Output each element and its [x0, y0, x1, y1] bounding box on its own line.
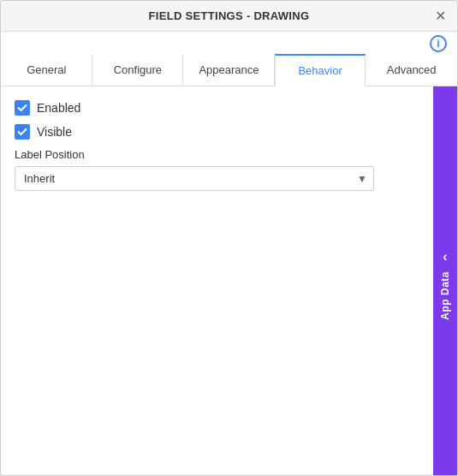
enabled-label: Enabled [37, 101, 80, 115]
label-position-section: Label Position Inherit Left Right Top Bo… [15, 148, 419, 191]
tab-general[interactable]: General [1, 54, 92, 86]
title-bar: FIELD SETTINGS - DRAWING ✕ [1, 1, 457, 32]
visible-label: Visible [37, 125, 72, 139]
dialog-title: FIELD SETTINGS - DRAWING [149, 9, 310, 22]
enabled-checkbox[interactable] [15, 100, 30, 116]
label-position-label: Label Position [15, 148, 419, 161]
tab-configure[interactable]: Configure [92, 54, 184, 86]
info-icon-button[interactable]: i [430, 35, 447, 52]
tab-behavior[interactable]: Behavior [275, 54, 366, 86]
content-area: Enabled Visible Label Position Inherit L… [1, 86, 457, 475]
tab-advanced[interactable]: Advanced [366, 54, 457, 86]
main-content: Enabled Visible Label Position Inherit L… [1, 86, 433, 475]
checkmark-icon-2 [17, 127, 27, 137]
close-icon: ✕ [435, 8, 446, 24]
visible-row: Visible [15, 124, 419, 140]
label-position-wrapper: Inherit Left Right Top Bottom Hidden ▼ [15, 166, 374, 191]
tab-appearance[interactable]: Appearance [183, 54, 275, 86]
dialog: FIELD SETTINGS - DRAWING ✕ i General Con… [0, 0, 458, 476]
enabled-row: Enabled [15, 100, 419, 116]
side-panel-toggle[interactable]: ‹ [433, 242, 457, 271]
checkmark-icon [17, 103, 27, 113]
side-panel-label: App Data [439, 271, 451, 320]
app-data-panel[interactable]: ‹ App Data [433, 86, 457, 475]
chevron-left-icon: ‹ [443, 249, 447, 265]
tab-bar: General Configure Appearance Behavior Ad… [1, 54, 457, 86]
info-bar: i [1, 32, 457, 54]
label-position-select[interactable]: Inherit Left Right Top Bottom Hidden [15, 166, 374, 191]
visible-checkbox[interactable] [15, 124, 30, 140]
close-button[interactable]: ✕ [431, 8, 449, 25]
